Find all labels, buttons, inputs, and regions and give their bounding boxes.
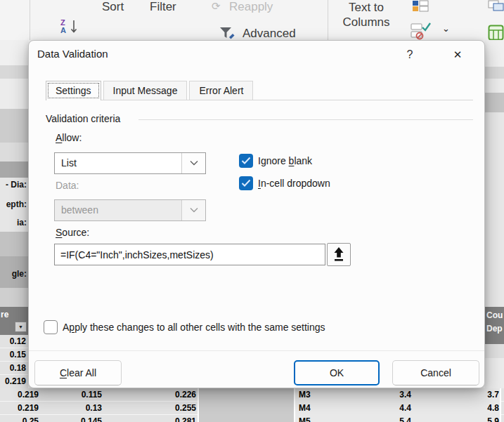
in-cell-dropdown-label: In-cell dropdown — [258, 178, 330, 189]
cancel-button[interactable]: Cancel — [392, 360, 479, 385]
spreadsheet-cell[interactable]: 5.9 — [412, 416, 499, 422]
ok-button[interactable]: OK — [294, 360, 380, 385]
table-row: 0.219 0.115 0.226 M3 3.4 3.7 — [0, 388, 504, 402]
cell-label[interactable]: epth: — [0, 199, 28, 209]
collapse-up-arrow-icon — [328, 244, 350, 265]
text-to-columns-button[interactable]: Text to Columns — [335, 0, 398, 29]
spreadsheet-cell[interactable]: 0.255 — [103, 403, 196, 413]
tab-input-message[interactable]: Input Message — [103, 81, 188, 100]
advanced-filter-button[interactable]: Advanced — [243, 27, 296, 41]
allow-label: Allow: — [56, 132, 82, 143]
checkmark-icon — [241, 157, 251, 165]
reapply-button: Reapply — [229, 0, 273, 14]
spreadsheet-cell[interactable]: 4.8 — [412, 403, 499, 413]
tab-error-alert[interactable]: Error Alert — [189, 81, 253, 100]
what-if-analysis-icon[interactable] — [488, 25, 504, 41]
cell-label[interactable]: gle: — [0, 269, 28, 279]
cell-label[interactable]: - Dia: — [0, 180, 28, 190]
tab-settings[interactable]: Settings — [46, 81, 101, 100]
spreadsheet-cell[interactable]: 0.219 — [0, 375, 28, 389]
filter-dropdown-button[interactable]: ▼ — [15, 322, 27, 332]
spreadsheet-cell[interactable]: 0.15 — [0, 348, 28, 362]
collapse-dialog-button[interactable] — [327, 243, 351, 266]
ignore-blank-label: Ignore blank — [258, 155, 312, 166]
allow-value: List — [61, 157, 77, 169]
sort-za-icon[interactable]: Z A — [60, 19, 66, 34]
spreadsheet-cell[interactable]: M5 — [299, 416, 337, 422]
group-divider — [138, 119, 473, 120]
reapply-icon: ⟳ — [212, 0, 221, 13]
down-arrow-icon — [70, 20, 77, 35]
dialog-title: Data Validation — [37, 48, 108, 60]
chevron-down-icon — [181, 200, 205, 220]
spreadsheet-cell[interactable]: 3.4 — [337, 390, 411, 400]
validation-criteria-label: Validation criteria — [46, 113, 120, 124]
spreadsheet-cell[interactable]: M3 — [299, 390, 337, 400]
remove-duplicates-icon[interactable] — [488, 0, 504, 12]
table-column-header[interactable]: re ▼ — [0, 307, 28, 335]
spreadsheet-cell[interactable]: 0.13 — [40, 403, 102, 413]
sort-button[interactable]: Sort — [102, 0, 124, 14]
ribbon-divider — [328, 0, 328, 40]
filter-button[interactable]: Filter — [150, 0, 176, 14]
checkmark-icon — [241, 179, 251, 187]
data-validation-dialog: Data Validation ? ✕ Settings Input Messa… — [28, 40, 485, 388]
table-row: 0.25 0.145 0.281 M5 5.4 5.9 — [0, 415, 504, 422]
data-value: between — [61, 204, 98, 216]
source-label: Source: — [56, 227, 89, 238]
ribbon-data-tab: Z A Sort Filter ⟳ Reapply Advanced Text … — [0, 0, 504, 40]
ribbon-divider — [30, 0, 30, 40]
cell-label[interactable]: ia: — [0, 218, 28, 228]
flash-fill-icon[interactable] — [412, 0, 429, 12]
spreadsheet-cell[interactable]: 0.219 — [0, 403, 39, 413]
spreadsheet-cell[interactable]: 0.219 — [0, 390, 39, 400]
chevron-down-icon[interactable]: ⌄ — [442, 23, 450, 34]
spreadsheet-cell[interactable]: M4 — [299, 403, 337, 413]
source-input[interactable] — [54, 244, 325, 265]
spreadsheet-cell[interactable]: 0.12 — [0, 335, 28, 348]
advanced-filter-icon — [219, 27, 236, 40]
spreadsheet-cell[interactable]: 0.226 — [103, 390, 196, 400]
data-validation-icon[interactable] — [411, 22, 433, 40]
data-label: Data: — [56, 180, 79, 191]
apply-changes-label: Apply these changes to all other cells w… — [63, 322, 325, 333]
spreadsheet-cell[interactable]: 0.145 — [40, 416, 102, 422]
apply-changes-checkbox[interactable] — [44, 320, 58, 334]
spreadsheet-cell[interactable]: 0.115 — [40, 390, 102, 400]
dialog-tabstrip: Settings Input Message Error Alert — [46, 81, 473, 100]
clear-all-button[interactable]: Clear All — [34, 360, 122, 385]
table-row: 0.219 0.13 0.255 M4 4.4 4.8 — [0, 402, 504, 415]
close-icon[interactable]: ✕ — [446, 44, 469, 65]
spreadsheet-cell[interactable]: 0.281 — [103, 416, 196, 422]
table-column-header[interactable]: Cou Dep — [485, 307, 504, 344]
spreadsheet-cell[interactable]: 3.7 — [412, 390, 499, 400]
spreadsheet-cell[interactable]: 0.25 — [0, 416, 39, 422]
ignore-blank-checkbox[interactable] — [239, 154, 253, 168]
spreadsheet-cell[interactable]: 5.4 — [337, 416, 411, 422]
data-combobox: between — [54, 199, 206, 221]
chevron-down-icon[interactable] — [181, 153, 205, 173]
excel-window: Z A Sort Filter ⟳ Reapply Advanced Text … — [0, 0, 504, 422]
help-button[interactable]: ? — [400, 45, 420, 65]
spreadsheet-cell[interactable]: 0.18 — [0, 362, 28, 375]
footer-divider — [29, 350, 484, 351]
spreadsheet-cell[interactable]: 4.4 — [337, 403, 411, 413]
in-cell-dropdown-checkbox[interactable] — [239, 176, 253, 190]
allow-combobox[interactable]: List — [54, 152, 206, 174]
